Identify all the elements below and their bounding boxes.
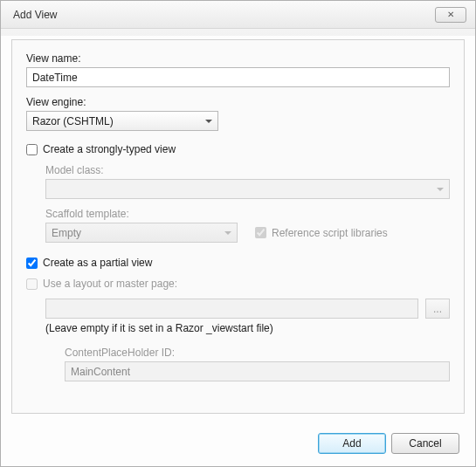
use-layout-checkbox	[26, 278, 38, 290]
model-class-label: Model class:	[45, 164, 450, 176]
dialog-title: Add View	[13, 9, 57, 21]
layout-path-input	[45, 299, 418, 319]
layout-path-row: ...	[45, 299, 450, 319]
chevron-down-icon	[224, 231, 231, 235]
scaffold-select: Empty	[45, 223, 238, 243]
browse-label: ...	[433, 303, 442, 315]
partial-view-checkbox[interactable]	[26, 258, 38, 269]
partial-view-label: Create as a partial view	[43, 257, 152, 269]
strongly-typed-row: Create a strongly-typed view	[26, 143, 450, 155]
layout-path-group: ... (Leave empty if it is set in a Razor…	[45, 299, 450, 334]
dialog-content: View name: View engine: Razor (CSHTML) C…	[11, 39, 465, 414]
add-view-dialog: Add View ✕ View name: View engine: Razor…	[0, 0, 476, 467]
view-name-label: View name:	[26, 52, 450, 65]
view-engine-select[interactable]: Razor (CSHTML)	[26, 111, 218, 131]
view-engine-group: View engine: Razor (CSHTML)	[26, 96, 450, 131]
chevron-down-icon	[437, 188, 444, 191]
view-engine-label: View engine:	[26, 96, 450, 108]
view-name-group: View name:	[26, 52, 450, 87]
reference-scripts-row: Reference script libraries	[255, 227, 388, 239]
scaffold-row: Empty Reference script libraries	[45, 223, 450, 243]
use-layout-row: Use a layout or master page:	[26, 278, 450, 290]
close-icon: ✕	[447, 10, 454, 19]
placeholder-label: ContentPlaceHolder ID:	[65, 347, 450, 359]
chevron-down-icon	[205, 120, 212, 123]
model-class-group: Model class:	[45, 164, 450, 199]
scaffold-value: Empty	[52, 227, 81, 239]
titlebar: Add View ✕	[1, 1, 475, 29]
reference-scripts-checkbox	[255, 227, 266, 238]
partial-view-row: Create as a partial view	[26, 257, 450, 269]
layout-hint: (Leave empty if it is set in a Razor _vi…	[45, 322, 450, 334]
add-button[interactable]: Add	[318, 433, 386, 454]
close-button[interactable]: ✕	[435, 7, 466, 23]
browse-button: ...	[425, 299, 450, 319]
scaffold-label: Scaffold template:	[45, 208, 450, 220]
view-name-input[interactable]	[26, 67, 450, 87]
placeholder-group: ContentPlaceHolder ID:	[65, 347, 450, 381]
scaffold-group: Scaffold template: Empty Reference scrip…	[45, 208, 450, 243]
model-class-combo	[45, 179, 450, 199]
strongly-typed-checkbox[interactable]	[26, 144, 38, 155]
placeholder-input	[65, 361, 450, 381]
reference-scripts-label: Reference script libraries	[272, 227, 388, 239]
button-bar: Add Cancel	[1, 424, 475, 466]
view-engine-value: Razor (CSHTML)	[32, 115, 114, 127]
strongly-typed-label: Create a strongly-typed view	[43, 143, 176, 155]
cancel-button[interactable]: Cancel	[391, 433, 459, 454]
use-layout-label: Use a layout or master page:	[43, 278, 177, 290]
